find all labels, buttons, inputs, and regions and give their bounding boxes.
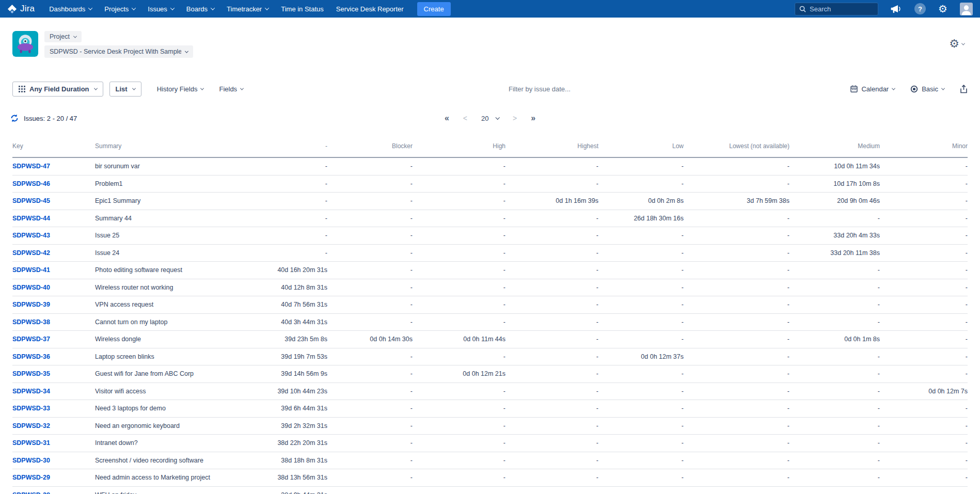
duration-cell: 40d 16h 20m 31s	[216, 262, 327, 279]
duration-cell: -	[413, 435, 505, 452]
duration-cell: -	[327, 469, 413, 487]
view-type-dropdown[interactable]: List	[109, 82, 141, 97]
view-mode-dropdown[interactable]: Basic	[910, 85, 944, 93]
duration-cell: -	[598, 331, 684, 348]
duration-cell: 33d 20h 11m 38s	[789, 244, 880, 262]
duration-cell: -	[598, 279, 684, 296]
refresh-button[interactable]	[10, 114, 19, 122]
issue-key-link[interactable]: SDPWSD-32	[12, 422, 50, 429]
issue-key-link[interactable]: SDPWSD-30	[12, 457, 50, 464]
duration-cell: -	[216, 227, 327, 245]
issue-key-link[interactable]: SDPWSD-36	[12, 353, 50, 360]
duration-cell: -	[684, 469, 789, 487]
nav-item-service-desk-reporter[interactable]: Service Desk Reporter	[336, 5, 404, 13]
issue-summary: Guest wifi for Jane from ABC Corp	[95, 365, 216, 383]
duration-cell: 0d 0h 12m 7s	[880, 383, 968, 400]
jira-mark-icon	[7, 4, 17, 14]
issue-key-link[interactable]: SDPWSD-38	[12, 318, 50, 326]
duration-cell: -	[505, 175, 598, 193]
page-settings-button[interactable]: ⚙	[949, 38, 965, 50]
duration-cell: -	[413, 296, 505, 314]
column-header-blocker: Blocker	[327, 139, 413, 157]
issue-key-link[interactable]: SDPWSD-31	[12, 439, 50, 447]
nav-item-timetracker[interactable]: Timetracker	[227, 5, 268, 13]
duration-cell: 10d 0h 11m 34s	[789, 157, 880, 175]
fields-label: Fields	[219, 85, 237, 93]
table-row: SDPWSD-45Epic1 Summary---0d 1h 16m 39s0d…	[12, 193, 968, 210]
issue-key-link[interactable]: SDPWSD-44	[12, 215, 50, 222]
issue-date-filter-input[interactable]	[509, 85, 633, 93]
project-select-dropdown[interactable]: SDPWSD - Service Desk Project With Sampl…	[44, 45, 193, 58]
issue-key-link[interactable]: SDPWSD-42	[12, 249, 50, 257]
duration-cell: -	[413, 279, 505, 296]
nav-item-issues[interactable]: Issues	[148, 5, 174, 13]
calendar-dropdown[interactable]: Calendar	[850, 85, 895, 93]
duration-cell: -	[505, 331, 598, 348]
duration-cell: -	[684, 452, 789, 469]
duration-cell: -	[505, 452, 598, 469]
previous-page-button[interactable]: <	[463, 115, 467, 122]
calendar-icon	[850, 85, 858, 92]
duration-cell: -	[413, 469, 505, 487]
duration-cell: -	[789, 383, 880, 400]
issue-key-link[interactable]: SDPWSD-40	[12, 284, 50, 291]
field-duration-dropdown[interactable]: Any Field Duration	[12, 82, 103, 97]
duration-cell: -	[684, 417, 789, 435]
duration-cell: 39d 2h 32m 31s	[216, 417, 327, 435]
nav-item-projects[interactable]: Projects	[104, 5, 135, 13]
history-fields-dropdown[interactable]: History Fields	[157, 85, 204, 93]
issue-key-link[interactable]: SDPWSD-39	[12, 301, 50, 308]
jira-logo[interactable]: Jira	[7, 4, 35, 14]
issue-key-link[interactable]: SDPWSD-35	[12, 370, 50, 377]
last-page-button[interactable]: »	[531, 114, 535, 122]
issue-key-link[interactable]: SDPWSD-29	[12, 474, 50, 481]
settings-button[interactable]: ⚙	[938, 4, 947, 14]
duration-cell: -	[413, 383, 505, 400]
issue-key-link[interactable]: SDPWSD-46	[12, 180, 50, 187]
table-row: SDPWSD-36Laptop screen blinks39d 19h 7m …	[12, 348, 968, 365]
duration-cell: -	[413, 452, 505, 469]
issue-key-link[interactable]: SDPWSD-28	[12, 491, 50, 494]
duration-cell: -	[684, 486, 789, 494]
announcements-button[interactable]	[891, 4, 902, 14]
create-button[interactable]: Create	[417, 2, 451, 16]
project-avatar[interactable]	[12, 31, 38, 57]
help-button[interactable]: ?	[914, 3, 926, 14]
duration-cell: -	[684, 296, 789, 314]
duration-cell: -	[880, 417, 968, 435]
duration-cell: -	[327, 435, 413, 452]
duration-cell: -	[598, 452, 684, 469]
user-avatar[interactable]	[960, 3, 973, 15]
issue-key-link[interactable]: SDPWSD-47	[12, 163, 50, 170]
next-page-button[interactable]: >	[513, 115, 517, 122]
issue-key-link[interactable]: SDPWSD-45	[12, 197, 50, 204]
search-input[interactable]	[810, 5, 872, 13]
issue-key-link[interactable]: SDPWSD-37	[12, 336, 50, 343]
issue-summary: Need admin access to Marketing project	[95, 469, 216, 487]
page-size-select[interactable]: 20	[481, 115, 499, 122]
nav-item-time-in-status[interactable]: Time in Status	[281, 5, 324, 13]
export-button[interactable]	[960, 85, 968, 93]
duration-cell: 39d 6h 44m 31s	[216, 400, 327, 418]
duration-cell: -	[327, 383, 413, 400]
calendar-label: Calendar	[861, 85, 889, 93]
duration-cell: -	[880, 313, 968, 331]
nav-item-label: Time in Status	[281, 5, 324, 13]
scope-dropdown[interactable]: Project	[44, 31, 82, 42]
table-row: SDPWSD-39VPN access request40d 7h 56m 31…	[12, 296, 968, 314]
issue-key-link[interactable]: SDPWSD-33	[12, 405, 50, 412]
issue-key-link[interactable]: SDPWSD-43	[12, 232, 50, 239]
first-page-button[interactable]: «	[445, 114, 449, 122]
issue-key-link[interactable]: SDPWSD-34	[12, 388, 50, 395]
duration-cell: 0d 0h 14m 30s	[327, 331, 413, 348]
nav-item-dashboards[interactable]: Dashboards	[49, 5, 92, 13]
column-header-medium: Medium	[789, 139, 880, 157]
duration-cell: -	[327, 417, 413, 435]
history-fields-label: History Fields	[157, 85, 198, 93]
duration-cell: -	[505, 296, 598, 314]
issue-key-link[interactable]: SDPWSD-41	[12, 266, 50, 274]
nav-item-boards[interactable]: Boards	[186, 5, 214, 13]
global-search[interactable]	[795, 3, 878, 15]
issue-summary: Summary 44	[95, 210, 216, 227]
fields-dropdown[interactable]: Fields	[219, 85, 243, 93]
